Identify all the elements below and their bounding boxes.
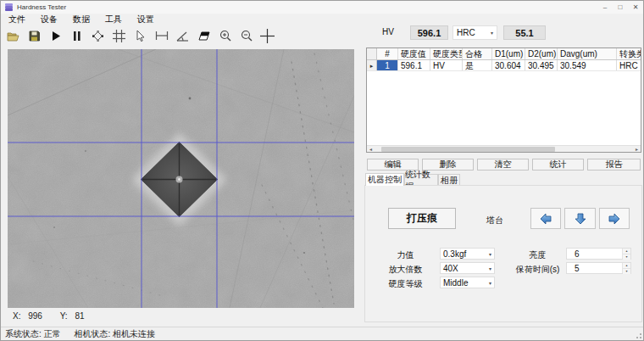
force-label: 力值 <box>371 249 440 261</box>
col-convert[interactable]: 转换类型 <box>617 48 641 59</box>
magnification-select[interactable]: 40X ▾ <box>440 262 495 274</box>
close-button[interactable]: ✕ <box>628 1 643 14</box>
app-icon <box>5 3 13 11</box>
brightness-label: 亮度 <box>503 249 572 261</box>
cell-d1[interactable]: 30.604 <box>492 60 525 70</box>
table-row[interactable]: ▸ 1 596.1 HV 是 30.604 30.495 30.549 HRC <box>367 60 641 71</box>
scroll-left-icon[interactable]: ◂ <box>367 146 375 152</box>
tab-statistics-data[interactable]: 统计数据 <box>404 174 438 186</box>
angle-measure-icon[interactable] <box>172 26 193 45</box>
brightness-input[interactable]: 6 ▴▾ <box>566 248 631 260</box>
spinner-buttons[interactable]: ▴▾ <box>622 263 630 273</box>
table-header-row: # 硬度值 硬度类型 合格 D1(um) D2(um) Davg(um) 转换类… <box>367 48 641 60</box>
scrollbar-thumb[interactable] <box>381 147 555 152</box>
menu-file[interactable]: 文件 <box>1 14 33 25</box>
spin-up-icon: ▴ <box>623 263 630 269</box>
cell-type[interactable]: HV <box>430 60 463 70</box>
pause-icon[interactable] <box>66 26 87 45</box>
col-d2[interactable]: D2(um) <box>525 48 558 59</box>
cell-pass[interactable]: 是 <box>463 60 492 70</box>
menubar: 文件 设备 数据 工具 设置 <box>1 14 643 25</box>
col-davg[interactable]: Davg(um) <box>558 48 617 59</box>
cursor-icon[interactable] <box>130 26 151 45</box>
hardness-type-label: HV <box>382 27 394 36</box>
arrow-left-icon <box>539 212 552 226</box>
table-horizontal-scrollbar[interactable]: ◂ ▸ <box>367 145 641 152</box>
cell-index[interactable]: 1 <box>377 60 398 70</box>
spinner-buttons[interactable]: ▴▾ <box>622 249 630 259</box>
menu-tools[interactable]: 工具 <box>97 14 130 25</box>
converted-value-display: 55.1 <box>503 25 546 40</box>
crosshair-icon[interactable] <box>257 26 278 45</box>
col-index[interactable]: # <box>377 48 398 59</box>
statistics-button[interactable]: 统计 <box>532 159 584 170</box>
arrow-down-icon <box>574 212 587 226</box>
col-hardness[interactable]: 硬度值 <box>398 48 430 59</box>
spin-up-icon: ▴ <box>623 249 630 254</box>
app-window: Hardness Tester – □ ✕ 文件 设备 数据 工具 设置 <box>0 0 644 341</box>
coord-x-label: X: <box>13 311 20 321</box>
chevron-down-icon: ▾ <box>491 30 493 36</box>
tab-machine-control[interactable]: 机器控制 <box>365 173 404 186</box>
coord-y-label: Y: <box>60 311 68 321</box>
eraser-icon[interactable] <box>193 26 214 45</box>
clear-button[interactable]: 清空 <box>477 159 529 170</box>
dwell-time-input[interactable]: 5 ▴▾ <box>566 262 631 274</box>
row-marker-icon: ▸ <box>367 60 377 70</box>
col-d1[interactable]: D1(um) <box>492 48 525 59</box>
statusbar: 系统状态: 正常 相机状态: 相机未连接 <box>1 327 643 340</box>
grade-value: Middle <box>443 278 468 288</box>
spin-down-icon: ▾ <box>623 269 630 274</box>
col-pass[interactable]: 合格 <box>463 48 492 59</box>
zoom-out-icon[interactable] <box>236 26 257 45</box>
menu-device[interactable]: 设备 <box>33 14 65 25</box>
force-value: 0.3kgf <box>443 249 466 259</box>
resize-grip[interactable] <box>633 330 641 338</box>
convert-type-value: HRC <box>457 28 475 37</box>
col-type[interactable]: 硬度类型 <box>430 48 463 59</box>
force-select[interactable]: 0.3kgf ▾ <box>440 248 495 260</box>
convert-type-select[interactable]: HRC ▾ <box>452 25 497 40</box>
hardness-value-display: 596.1 <box>410 25 448 40</box>
zoom-in-icon[interactable] <box>214 26 236 45</box>
menu-data[interactable]: 数据 <box>65 14 97 25</box>
turret-left-button[interactable] <box>530 208 561 229</box>
open-icon[interactable] <box>3 26 24 45</box>
arrow-right-icon <box>608 212 621 226</box>
cursor-coordinates: X: 996 Y: 81 <box>13 311 90 321</box>
camera-view[interactable] <box>8 49 354 308</box>
cell-convert[interactable]: HRC <box>617 60 641 70</box>
turret-down-button[interactable] <box>564 208 596 229</box>
spin-down-icon: ▾ <box>623 254 630 260</box>
report-button[interactable]: 报告 <box>587 159 641 170</box>
grade-label: 硬度等级 <box>371 278 440 290</box>
turret-label: 塔台 <box>486 215 503 226</box>
camera-status: 相机状态: 相机未连接 <box>75 328 156 340</box>
turret-right-button[interactable] <box>599 208 630 229</box>
scroll-right-icon[interactable]: ▸ <box>633 146 641 152</box>
save-icon[interactable] <box>24 26 45 45</box>
grade-select[interactable]: Middle ▾ <box>440 277 495 288</box>
maximize-button[interactable]: □ <box>613 1 628 14</box>
titlebar: Hardness Tester – □ ✕ <box>1 1 643 14</box>
brightness-value: 6 <box>575 249 580 259</box>
coord-x-value: 996 <box>28 311 42 321</box>
magnification-label: 放大倍数 <box>371 264 440 276</box>
coord-y-value: 81 <box>75 311 84 321</box>
auto-measure-icon[interactable] <box>87 26 108 45</box>
tab-album[interactable]: 相册 <box>438 174 460 186</box>
cell-d2[interactable]: 30.495 <box>525 60 558 70</box>
cell-hardness[interactable]: 596.1 <box>398 60 430 70</box>
minimize-button[interactable]: – <box>597 1 613 14</box>
cell-davg[interactable]: 30.549 <box>558 60 617 70</box>
chevron-down-icon: ▾ <box>489 266 491 271</box>
menu-settings[interactable]: 设置 <box>130 14 162 25</box>
chevron-down-icon: ▾ <box>489 251 491 257</box>
results-table: # 硬度值 硬度类型 合格 D1(um) D2(um) Davg(um) 转换类… <box>366 48 641 153</box>
length-measure-icon[interactable] <box>151 26 172 45</box>
system-status: 系统状态: 正常 <box>5 328 61 340</box>
make-indent-button[interactable]: 打压痕 <box>388 208 456 229</box>
grid-icon[interactable] <box>108 26 130 45</box>
play-icon[interactable] <box>45 26 66 45</box>
toolbar <box>3 25 278 46</box>
